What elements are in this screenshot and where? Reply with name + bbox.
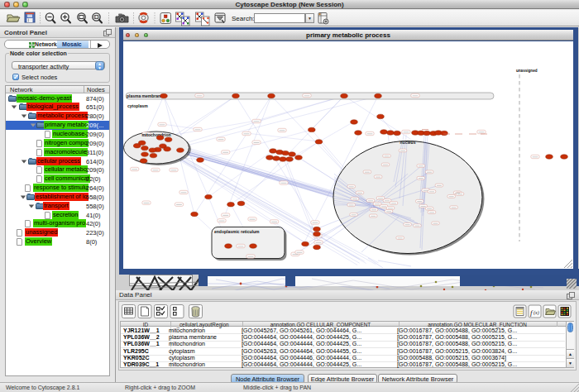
svg-text:endoplasmic reticulum: endoplasmic reticulum bbox=[214, 229, 260, 234]
svg-text:1:1: 1:1 bbox=[95, 16, 99, 19]
svg-text:cytoplasm: cytoplasm bbox=[127, 103, 148, 108]
svg-text:unassigned: unassigned bbox=[516, 69, 538, 73]
svg-text:nucleus: nucleus bbox=[400, 140, 416, 145]
svg-text:(x): (x) bbox=[534, 310, 539, 316]
svg-text:mitochondrion: mitochondrion bbox=[142, 132, 171, 137]
svg-text:plasma membrane: plasma membrane bbox=[127, 93, 163, 98]
